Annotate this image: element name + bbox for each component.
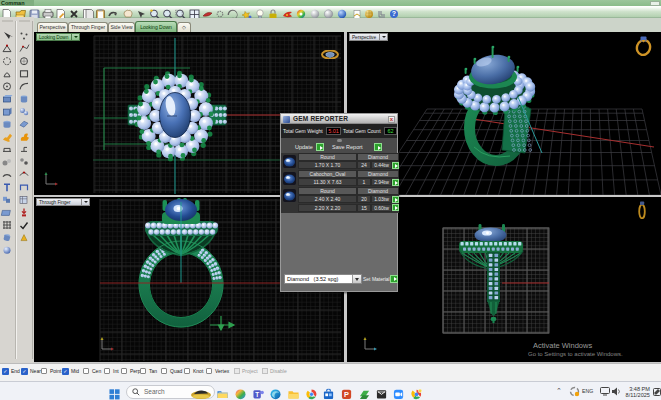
svg-text:P: P (344, 390, 349, 399)
svg-text:T: T (255, 390, 259, 397)
svg-text:?: ? (392, 10, 396, 17)
